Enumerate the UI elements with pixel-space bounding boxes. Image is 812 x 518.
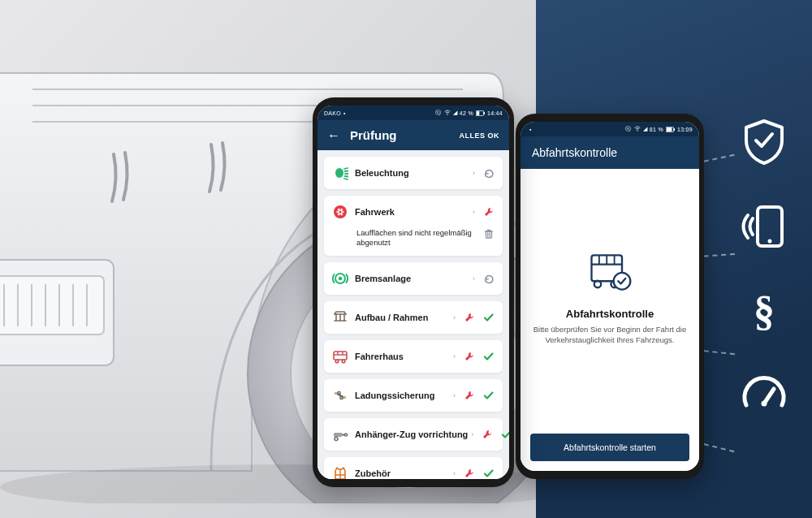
signal-icon: ◢ bbox=[643, 126, 647, 132]
battery-icon bbox=[476, 110, 485, 116]
item-label: Anhänger-Zug vorrichtung bbox=[355, 430, 468, 439]
inspection-item[interactable]: Anhänger-Zug vorrichtung› bbox=[324, 418, 503, 451]
all-ok-button[interactable]: ALLES OK bbox=[459, 132, 499, 140]
item-label: Zubehör bbox=[355, 468, 450, 478]
battery-icon bbox=[666, 127, 675, 132]
svg-text:§: § bbox=[754, 287, 775, 334]
svg-point-20 bbox=[637, 131, 637, 132]
item-label: Beleuchtung bbox=[355, 168, 469, 178]
app-header: ← Prüfung ALLES OK bbox=[317, 120, 509, 150]
svg-point-40 bbox=[762, 401, 767, 407]
inspection-list[interactable]: Beleuchtung›Fahrwerk›Laufflächen sind ni… bbox=[317, 150, 509, 479]
chevron-right-icon: › bbox=[453, 391, 456, 399]
wifi-icon bbox=[634, 126, 641, 132]
item-status bbox=[464, 312, 495, 323]
svg-rect-23 bbox=[674, 127, 675, 130]
status-bar: DAKO ▪ ⓝ ◢ 42 % 14:44 bbox=[317, 106, 509, 120]
gauge-icon bbox=[736, 367, 793, 424]
chevron-right-icon: › bbox=[473, 208, 475, 216]
feature-icons: § bbox=[736, 114, 793, 424]
app-header: Abfahrtskontrolle bbox=[520, 136, 699, 169]
item-label: Fahrerhaus bbox=[355, 352, 450, 361]
hero-title: Abfahrtskontrolle bbox=[566, 308, 654, 320]
section-sign-icon: § bbox=[736, 283, 793, 339]
inspection-item[interactable]: Zubehör› bbox=[324, 457, 503, 479]
brake-icon bbox=[332, 270, 348, 287]
item-status bbox=[483, 273, 495, 284]
item-label: Fahrwerk bbox=[355, 207, 469, 217]
item-label: Ladungssicherung bbox=[355, 391, 450, 400]
status-bar: ▪ ⓝ ◢ 81 % 13:09 bbox=[520, 122, 699, 136]
vest-icon bbox=[332, 465, 348, 479]
item-status bbox=[464, 468, 495, 479]
strap-icon bbox=[332, 387, 348, 404]
header-title: Prüfung bbox=[350, 128, 449, 142]
bus-check-icon bbox=[585, 248, 634, 296]
clock: 13:09 bbox=[677, 127, 693, 132]
wifi-icon bbox=[444, 110, 451, 116]
chevron-right-icon: › bbox=[473, 274, 475, 283]
svg-rect-35 bbox=[484, 111, 485, 114]
battery-pct: 42 % bbox=[460, 110, 473, 116]
chevron-right-icon: › bbox=[453, 352, 456, 360]
item-defect: Laufflächen sind nicht regelmäßig abgenu… bbox=[324, 228, 503, 256]
svg-rect-34 bbox=[477, 111, 480, 115]
svg-rect-22 bbox=[667, 127, 672, 132]
inspection-item[interactable]: Fahrwerk›Laufflächen sind nicht regelmäß… bbox=[324, 196, 503, 256]
button-label: Abfahrtskontrolle starten bbox=[564, 442, 656, 452]
chevron-right-icon: › bbox=[453, 469, 456, 477]
light-icon bbox=[332, 165, 348, 181]
back-button[interactable]: ← bbox=[327, 129, 340, 142]
wheel-icon bbox=[332, 204, 348, 220]
notif-icon: ▪ bbox=[343, 110, 346, 116]
inspection-item[interactable]: Beleuchtung› bbox=[324, 157, 503, 189]
hitch-icon bbox=[332, 426, 348, 442]
inspection-item[interactable]: Fahrerhaus› bbox=[324, 340, 503, 373]
phone-primary: DAKO ▪ ⓝ ◢ 42 % 14:44 ← bbox=[313, 97, 514, 487]
start-inspection-button[interactable]: Abfahrtskontrolle starten bbox=[530, 434, 689, 461]
item-status bbox=[482, 429, 509, 440]
battery-pct: 81 % bbox=[650, 127, 663, 132]
item-status bbox=[483, 206, 495, 218]
inspection-item[interactable]: Aufbau / Rahmen› bbox=[324, 301, 503, 334]
item-status bbox=[464, 390, 495, 401]
header-title: Abfahrtskontrolle bbox=[532, 146, 617, 159]
trash-icon[interactable] bbox=[483, 228, 495, 243]
bus-icon bbox=[332, 348, 348, 365]
svg-point-37 bbox=[768, 240, 772, 244]
nfc-icon: ⓝ bbox=[435, 109, 441, 117]
item-status bbox=[483, 167, 495, 179]
chevron-right-icon: › bbox=[473, 169, 475, 177]
chevron-right-icon: › bbox=[453, 313, 456, 322]
svg-rect-1 bbox=[0, 276, 104, 335]
item-status bbox=[464, 351, 495, 362]
hero-subtitle: Bitte überprüfen Sie vor Beginn der Fahr… bbox=[529, 325, 691, 346]
item-label: Aufbau / Rahmen bbox=[355, 313, 450, 322]
item-label: Bremsanlage bbox=[355, 274, 469, 283]
clock: 14:44 bbox=[487, 110, 503, 116]
chevron-right-icon: › bbox=[471, 430, 473, 438]
inspection-item[interactable]: Bremsanlage› bbox=[324, 262, 503, 295]
svg-point-32 bbox=[447, 114, 447, 115]
hero-block: Abfahrtskontrolle Bitte überprüfen Sie v… bbox=[520, 169, 699, 424]
phones-group: ▪ ⓝ ◢ 81 % 13:09 Abfahrtskontrolle bbox=[313, 97, 767, 518]
nfc-icon: ⓝ bbox=[625, 125, 631, 133]
phone-wave-icon bbox=[736, 198, 793, 255]
signal-icon: ◢ bbox=[453, 110, 457, 116]
shield-check-icon bbox=[736, 114, 793, 171]
frame-icon bbox=[332, 309, 348, 326]
notif-icon: ▪ bbox=[529, 127, 532, 132]
inspection-item[interactable]: Ladungssicherung› bbox=[324, 379, 503, 412]
phone-secondary: ▪ ⓝ ◢ 81 % 13:09 Abfahrtskontrolle bbox=[516, 114, 704, 479]
defect-text: Laufflächen sind nicht regelmäßig abgenu… bbox=[356, 228, 477, 248]
carrier-label: DAKO bbox=[324, 110, 341, 116]
